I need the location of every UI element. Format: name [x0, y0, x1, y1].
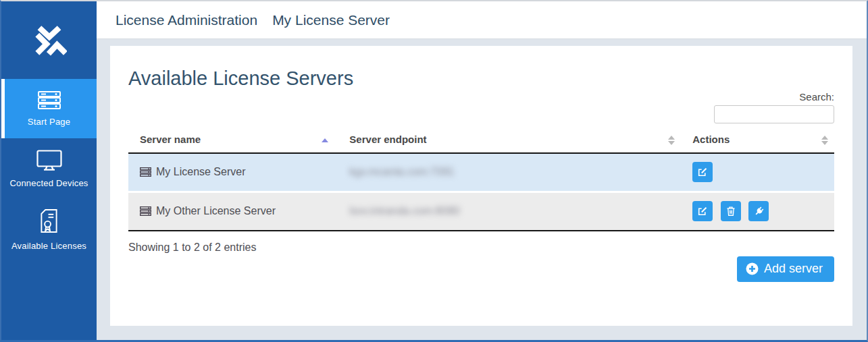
app-window: Start Page Connected Devices Available L…	[1, 1, 867, 340]
server-name: My License Server	[156, 166, 246, 178]
sidebar-item-available-licenses[interactable]: Available Licenses	[1, 199, 97, 260]
edit-server-button[interactable]	[692, 162, 713, 182]
x-chevrons-logo-icon	[32, 23, 67, 58]
page-title: Available License Servers	[128, 67, 834, 90]
nav-my-license-server[interactable]: My License Server	[272, 12, 390, 28]
sidebar-nav: Start Page Connected Devices Available L…	[1, 79, 97, 260]
server-glyph-icon	[140, 206, 151, 216]
plus-circle-icon	[746, 262, 759, 275]
add-server-label: Add server	[764, 262, 823, 276]
table-row: My Other License Server lsvv.intranda.co…	[128, 192, 834, 231]
server-endpoint-blurred: lsvv.intranda.com:8080	[349, 205, 459, 217]
column-header-server-endpoint[interactable]: Server endpoint	[338, 127, 681, 153]
app-logo	[1, 1, 97, 79]
available-license-servers-card: Available License Servers Search: Server…	[110, 46, 852, 326]
server-glyph-icon	[140, 167, 151, 177]
monitor-icon	[36, 150, 62, 171]
table-info: Showing 1 to 2 of 2 entries	[128, 241, 834, 254]
sidebar-item-connected-devices[interactable]: Connected Devices	[1, 138, 97, 199]
sidebar-item-label: Connected Devices	[9, 178, 88, 188]
edit-server-button[interactable]	[692, 201, 713, 221]
search-label: Search:	[799, 91, 834, 103]
plug-icon	[754, 206, 764, 217]
edit-icon	[698, 167, 707, 177]
connect-server-button[interactable]	[748, 201, 769, 221]
column-label: Actions	[692, 134, 730, 145]
sort-ascending-icon	[322, 138, 328, 142]
server-stack-icon	[38, 91, 61, 109]
edit-icon	[698, 206, 707, 216]
table-header-row: Server name Server endpoint Actions	[128, 127, 834, 153]
add-server-button[interactable]: Add server	[737, 256, 834, 282]
column-label: Server endpoint	[349, 134, 426, 145]
search-input[interactable]	[714, 105, 834, 123]
nav-license-administration[interactable]: License Administration	[116, 12, 257, 28]
column-header-server-name[interactable]: Server name	[128, 127, 338, 153]
sort-unsorted-icon	[668, 136, 675, 145]
delete-server-button[interactable]	[721, 201, 741, 221]
trash-icon	[727, 206, 735, 216]
table-row: My License Server kgv.mcanta.com:7091	[128, 153, 834, 192]
server-endpoint-blurred: kgv.mcanta.com:7091	[349, 166, 454, 177]
server-name: My Other License Server	[156, 205, 276, 217]
column-header-actions[interactable]: Actions	[681, 127, 834, 153]
search-area: Search:	[128, 91, 834, 123]
sidebar-item-label: Available Licenses	[11, 241, 86, 251]
main-area: License Administration My License Server…	[97, 1, 867, 340]
sort-unsorted-icon	[821, 136, 828, 145]
license-servers-table: Server name Server endpoint Actions	[128, 127, 834, 231]
sidebar-item-start-page[interactable]: Start Page	[1, 79, 97, 138]
column-label: Server name	[140, 134, 201, 145]
license-certificate-icon	[39, 208, 59, 233]
sidebar-item-label: Start Page	[28, 117, 70, 127]
content-background: Available License Servers Search: Server…	[97, 39, 867, 340]
top-navbar: License Administration My License Server	[97, 1, 867, 39]
sidebar: Start Page Connected Devices Available L…	[1, 1, 97, 340]
